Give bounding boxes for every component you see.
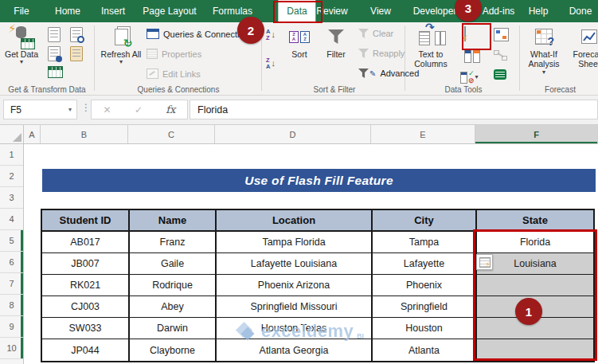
filter-funnel-icon bbox=[328, 29, 344, 44]
tab-home[interactable]: Home bbox=[46, 0, 89, 22]
consolidate-button[interactable] bbox=[494, 28, 509, 41]
header-name[interactable]: Name bbox=[130, 210, 217, 232]
formula-input[interactable]: Florida bbox=[190, 100, 598, 119]
excel-window: File Home Insert Page Layout Formulas Da… bbox=[0, 0, 598, 364]
formula-bar-handle[interactable]: ⋮ bbox=[81, 102, 90, 113]
cell[interactable]: Tampa bbox=[373, 232, 477, 253]
tab-insert[interactable]: Insert bbox=[92, 0, 134, 22]
cell[interactable]: Houston bbox=[373, 318, 477, 339]
filter-button[interactable]: Filter bbox=[319, 24, 354, 83]
question-icon: ? bbox=[547, 35, 554, 48]
sort-label: Sort bbox=[291, 49, 307, 59]
column-header-b[interactable]: B bbox=[41, 125, 128, 143]
header-location[interactable]: Location bbox=[217, 210, 373, 232]
group-divider bbox=[519, 25, 520, 91]
cell[interactable]: AB017 bbox=[42, 232, 130, 253]
remove-duplicates-button[interactable] bbox=[464, 49, 480, 63]
cell[interactable]: JB007 bbox=[42, 253, 130, 275]
row-header-8[interactable]: 8 bbox=[0, 295, 23, 316]
cell[interactable]: Phoenix Arizona bbox=[217, 275, 373, 296]
header-city[interactable]: City bbox=[373, 210, 477, 232]
tab-file[interactable]: File bbox=[5, 0, 37, 22]
filter-label: Filter bbox=[326, 49, 345, 59]
row-header-5[interactable]: 5 bbox=[0, 230, 23, 252]
refresh-all-button[interactable]: ↻ Refresh All ▾ bbox=[100, 24, 142, 83]
cell[interactable]: Darwin bbox=[130, 318, 217, 339]
manage-data-model-button[interactable] bbox=[494, 69, 506, 80]
bolt-icon: ⚡ bbox=[8, 22, 17, 36]
formula-bar-buttons: ✕ ✓ fx bbox=[91, 100, 188, 119]
tab-help[interactable]: Help bbox=[520, 0, 557, 22]
text-to-columns-button[interactable]: ↷ Text to Columns bbox=[409, 24, 452, 83]
active-cell-reference: F5 bbox=[4, 104, 68, 115]
row-header-7[interactable]: 7 bbox=[0, 273, 23, 295]
cell[interactable]: Lafayette bbox=[373, 253, 477, 275]
existing-connections-icon[interactable] bbox=[70, 46, 83, 61]
cell[interactable]: SW033 bbox=[42, 318, 130, 339]
cell[interactable]: RK021 bbox=[42, 275, 130, 296]
cancel-icon: ✕ bbox=[104, 104, 111, 115]
refresh-all-icon: ↻ bbox=[115, 29, 128, 45]
ribbon: ⚡ Get Data ▾ Get & Transform Data ↻ Refr… bbox=[0, 22, 598, 96]
column-header-c[interactable]: C bbox=[128, 125, 215, 143]
cell[interactable]: Atlanta Georgia bbox=[217, 339, 373, 361]
row-header-6[interactable]: 6 bbox=[0, 252, 23, 273]
column-header-e[interactable]: E bbox=[371, 125, 475, 143]
cell[interactable]: Atlanta bbox=[373, 339, 477, 361]
tab-view[interactable]: View bbox=[362, 0, 400, 22]
tab-page-layout[interactable]: Page Layout bbox=[134, 0, 205, 22]
row-header-9[interactable]: 9 bbox=[0, 316, 23, 338]
annotation-box-flash-fill bbox=[462, 23, 491, 50]
cell[interactable]: Tampa Florida bbox=[217, 232, 373, 253]
row-header-3[interactable]: 3 bbox=[0, 187, 23, 209]
cell[interactable]: CJ003 bbox=[42, 296, 130, 318]
row-header-1[interactable]: 1 bbox=[0, 144, 23, 166]
cell[interactable]: Houston Texas bbox=[217, 318, 373, 339]
get-data-button[interactable]: ⚡ Get Data ▾ bbox=[2, 24, 41, 83]
column-header-d[interactable]: D bbox=[215, 125, 371, 143]
sort-icon: ZA AZ bbox=[289, 31, 310, 43]
from-text-csv-icon[interactable] bbox=[48, 27, 61, 42]
from-table-range-icon[interactable] bbox=[48, 66, 63, 78]
sort-descending-button[interactable]: ZA ↓ bbox=[266, 57, 276, 70]
chevron-down-icon: ▾ bbox=[68, 107, 76, 113]
cell[interactable]: Lafayette Louisiana bbox=[217, 253, 373, 275]
cell[interactable]: Springfield bbox=[373, 296, 477, 318]
insert-function-icon[interactable]: fx bbox=[166, 104, 175, 115]
row-header-2[interactable]: 2 bbox=[0, 166, 23, 187]
data-validation-button[interactable]: ✓⊘ ▾ bbox=[460, 70, 479, 84]
tab-done[interactable]: Done bbox=[561, 0, 598, 22]
cell[interactable]: Clayborne bbox=[130, 339, 217, 361]
arrow-down-icon: ↓ bbox=[271, 30, 276, 39]
forecast-sheet-icon bbox=[581, 29, 597, 44]
cell[interactable]: JP044 bbox=[42, 339, 130, 361]
chevron-down-icon: ▾ bbox=[119, 59, 123, 65]
cell[interactable]: Rodrique bbox=[130, 275, 217, 296]
column-header-f[interactable]: F bbox=[475, 125, 598, 143]
sort-button[interactable]: ZA AZ Sort bbox=[283, 24, 315, 83]
title-banner: Use of Flash Fill Feature bbox=[42, 169, 596, 192]
row-header-4[interactable]: 4 bbox=[0, 209, 23, 230]
recent-sources-icon[interactable] bbox=[70, 27, 83, 42]
cell[interactable]: Springfield Missouri bbox=[217, 296, 373, 318]
what-if-analysis-button[interactable]: ? What-If Analysis ▾ bbox=[522, 24, 565, 83]
forecast-sheet-button[interactable]: Forecast Sheet bbox=[569, 24, 598, 83]
group-label-data-tools: Data Tools bbox=[408, 85, 519, 94]
column-header-a[interactable]: A bbox=[24, 125, 41, 143]
cell[interactable]: Franz bbox=[130, 232, 217, 253]
header-student-id[interactable]: Student ID bbox=[42, 210, 130, 232]
cell[interactable]: Abey bbox=[130, 296, 217, 318]
row-header-10[interactable]: 10 bbox=[0, 338, 23, 359]
name-box[interactable]: F5 ▾ bbox=[3, 100, 77, 119]
relationships-button bbox=[494, 50, 507, 61]
group-queries-connections: ↻ Refresh All ▾ Queries & Connections Pr… bbox=[96, 22, 261, 95]
cell[interactable]: Gaile bbox=[130, 253, 217, 275]
header-state[interactable]: State bbox=[477, 210, 593, 232]
from-web-icon[interactable] bbox=[48, 46, 61, 61]
annotation-step-2: 2 bbox=[237, 17, 264, 44]
select-all-corner[interactable] bbox=[0, 125, 24, 143]
sort-ascending-button[interactable]: AZ ↓ bbox=[266, 29, 276, 41]
cell[interactable]: Phoenix bbox=[373, 275, 477, 296]
corner-triangle-icon bbox=[13, 133, 21, 142]
text-to-columns-label: Text to Columns bbox=[409, 49, 452, 69]
